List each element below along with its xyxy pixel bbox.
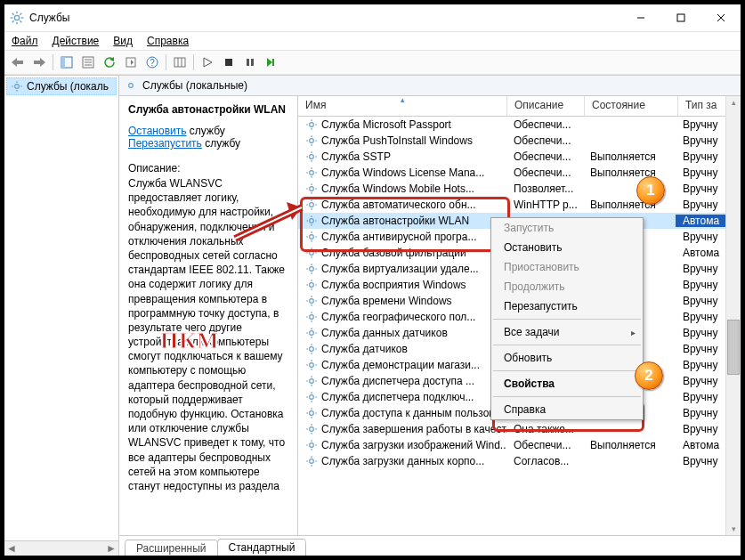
service-name: Служба антивирусной програ... (321, 231, 476, 243)
ctx-start: Запустить (491, 218, 643, 238)
gear-icon (305, 407, 318, 419)
gear-icon (305, 199, 318, 211)
help-button[interactable]: ? (142, 53, 162, 72)
service-row[interactable]: Служба завершения работы в качест...Она … (298, 421, 741, 437)
ctx-help[interactable]: Справка (491, 400, 643, 419)
sort-asc-icon: ▴ (401, 96, 405, 104)
svg-rect-36 (272, 59, 274, 66)
service-row[interactable]: Служба SSTPОбеспечи...ВыполняетсяВручну (298, 149, 741, 165)
svg-point-138 (310, 427, 314, 432)
stop-service-button[interactable] (219, 53, 239, 72)
view-tabs: Расширенный Стандартный (119, 535, 741, 556)
service-row[interactable]: Служба PushToInstall WindowsОбеспечи...В… (298, 133, 741, 149)
service-desc: Обеспечи... (506, 150, 583, 163)
service-name: Служба загрузки данных корпо... (321, 455, 484, 467)
service-state: Выполняется (583, 150, 676, 163)
stop-link[interactable]: Остановить (128, 125, 187, 137)
service-name: Служба базовой фильтрации (321, 247, 466, 259)
svg-point-63 (310, 187, 314, 191)
properties-button[interactable] (78, 53, 98, 72)
svg-point-88 (310, 267, 314, 272)
service-row[interactable]: Служба загрузки данных корпо...Согласов.… (298, 453, 741, 469)
svg-marker-13 (12, 58, 17, 67)
service-desc: Обеспечи... (506, 134, 583, 147)
chevron-right-icon: ▸ (631, 328, 636, 337)
ctx-refresh[interactable]: Обновить (491, 348, 643, 368)
detail-title: Служба автонастройки WLAN (128, 103, 288, 116)
tree-item-services[interactable]: Службы (локаль (6, 77, 117, 95)
service-row[interactable]: Служба Microsoft PassportОбеспечи...Вруч… (298, 117, 741, 133)
svg-marker-25 (131, 60, 134, 65)
tree-item-label: Службы (локаль (27, 80, 109, 93)
menu-action[interactable]: Действие (49, 34, 103, 48)
gear-icon (305, 231, 318, 243)
service-name: Служба Windows License Mana... (321, 166, 484, 179)
export-button[interactable] (121, 53, 141, 72)
pause-service-button[interactable] (240, 53, 260, 72)
back-button[interactable] (8, 53, 28, 72)
svg-rect-10 (677, 14, 684, 21)
service-name: Служба PushToInstall Windows (321, 134, 473, 147)
tree-hscrollbar[interactable]: ◄► (4, 540, 118, 556)
col-name[interactable]: Имя▴ (298, 96, 507, 116)
ctx-properties[interactable]: Свойства (491, 374, 643, 394)
window-title: Службы (29, 12, 69, 24)
detail-pane: Служба автонастройки WLAN Остановить слу… (119, 96, 298, 535)
service-name: Служба датчиков (321, 343, 408, 355)
show-hide-tree-button[interactable] (57, 53, 77, 72)
svg-point-133 (310, 411, 314, 416)
service-row[interactable]: Служба Windows License Mana...Обеспечи..… (298, 165, 741, 181)
gear-icon (305, 279, 318, 291)
gear-icon (305, 183, 318, 195)
svg-rect-18 (61, 57, 65, 68)
svg-point-148 (310, 459, 314, 464)
service-name: Служба Microsoft Passport (321, 118, 451, 131)
start-service-button[interactable] (198, 53, 217, 72)
svg-marker-15 (40, 58, 45, 67)
pane-header: Службы (локальные) (119, 76, 741, 96)
menu-help[interactable]: Справка (143, 34, 192, 48)
service-state: Выполняется (583, 166, 676, 179)
gear-icon (305, 215, 318, 227)
svg-line-6 (20, 20, 21, 22)
svg-marker-31 (204, 58, 212, 67)
menu-file[interactable]: Файл (8, 34, 42, 48)
menu-view[interactable]: Вид (109, 34, 136, 48)
ctx-restart[interactable]: Перезапустить (491, 296, 643, 316)
refresh-button[interactable] (100, 53, 119, 72)
ctx-alltasks[interactable]: Все задачи▸ (491, 322, 643, 342)
services-icon (10, 11, 24, 25)
service-name: Служба демонстрации магази... (321, 359, 480, 371)
svg-point-43 (310, 123, 314, 127)
col-desc[interactable]: Описание (507, 96, 585, 116)
col-state[interactable]: Состояние (585, 96, 678, 116)
svg-point-68 (310, 203, 314, 207)
service-row[interactable]: Служба автоматического обн...WinHTTP р..… (298, 197, 741, 213)
svg-point-103 (310, 315, 314, 320)
forward-button[interactable] (29, 53, 49, 72)
service-name: Служба данных датчиков (321, 327, 448, 339)
annotation-marker-2: 2 (635, 361, 663, 390)
gear-icon (305, 391, 318, 403)
svg-point-143 (310, 443, 314, 448)
restart-link[interactable]: Перезапустить (128, 137, 202, 150)
service-state: Выполняется (583, 439, 676, 451)
pane-header-title: Службы (локальные) (142, 79, 247, 92)
columns-button[interactable] (170, 53, 190, 72)
minimize-button[interactable] (620, 4, 660, 31)
tab-extended[interactable]: Расширенный (125, 540, 218, 556)
close-button[interactable] (700, 4, 741, 31)
gear-icon (305, 423, 318, 435)
list-vscrollbar[interactable]: ▴ ▾ (725, 96, 741, 535)
service-row[interactable]: Служба загрузки изображений Wind...Обесп… (298, 437, 741, 453)
maximize-button[interactable] (660, 4, 700, 31)
restart-service-button[interactable] (262, 53, 281, 72)
service-row[interactable]: Служба Windows Mobile Hots...Позволяет..… (298, 181, 741, 197)
gear-icon (305, 295, 318, 307)
svg-point-78 (310, 235, 314, 239)
gear-icon (305, 166, 318, 179)
tab-standard[interactable]: Стандартный (217, 539, 307, 556)
ctx-stop[interactable]: Остановить (491, 238, 643, 257)
service-desc: Обеспечи... (506, 166, 583, 179)
svg-rect-14 (17, 61, 23, 64)
